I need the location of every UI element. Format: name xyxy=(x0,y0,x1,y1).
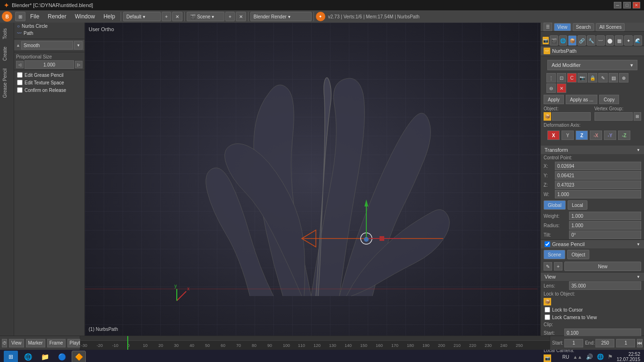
prop-icon-data[interactable]: 〰 xyxy=(596,35,605,46)
viewport-3d[interactable]: x y User Ortho (1) NurbsPath xyxy=(85,23,540,336)
tl-view-btn[interactable]: View xyxy=(9,339,24,347)
prop-icon-scene[interactable]: 🎬 xyxy=(550,35,558,46)
nurbs-circle-item[interactable]: ○ Nurbs Circle xyxy=(14,23,84,30)
mod-icon-c[interactable]: C xyxy=(567,73,577,82)
mod-icon-9[interactable]: ⊖ xyxy=(546,83,556,93)
outliner-scene[interactable]: ▶ 🎬 Scene xyxy=(542,33,643,33)
chrome-btn[interactable]: 🔵 xyxy=(55,351,69,362)
scene-close-btn[interactable]: ✕ xyxy=(236,12,246,21)
explorer-btn[interactable]: 📁 xyxy=(38,351,52,362)
prop-size-increase-btn[interactable]: ▷ xyxy=(75,61,83,68)
apply-as-btn[interactable]: Apply as ... xyxy=(566,95,597,104)
gp-new-btn[interactable]: New xyxy=(564,262,641,271)
axis-neg-y-btn[interactable]: -Y xyxy=(604,131,616,140)
tl-end-input[interactable]: 250 xyxy=(595,339,614,347)
blender-logo[interactable]: B xyxy=(2,11,12,22)
x-value[interactable]: 0.02694 xyxy=(555,162,641,170)
path-item[interactable]: 〰 Path xyxy=(14,30,84,37)
prop-icon-render[interactable]: 📷 xyxy=(543,37,549,44)
mod-icon-close[interactable]: ✕ xyxy=(557,83,566,93)
edit-texture-space-cb[interactable] xyxy=(17,80,23,85)
lock-camera-cb[interactable] xyxy=(545,314,550,320)
mod-icon-5[interactable]: 🔒 xyxy=(588,73,597,82)
prop-icon-texture[interactable]: ▦ xyxy=(615,35,623,46)
object-input[interactable] xyxy=(552,112,591,121)
radius-value[interactable]: 1.000 xyxy=(569,221,641,230)
gp-add-icon[interactable]: + xyxy=(554,262,562,271)
current-frame-input[interactable]: 1 xyxy=(616,339,635,347)
gp-object-btn[interactable]: Object xyxy=(567,250,589,259)
smooth-arrow[interactable]: ▾ xyxy=(74,41,83,49)
object-icon[interactable]: 📦 xyxy=(544,112,551,121)
tl-skip-start-btn[interactable]: ⏮ xyxy=(637,339,643,347)
all-scenes-btn[interactable]: All Scenes xyxy=(596,23,625,31)
prop-size-decrease-btn[interactable]: ◁ xyxy=(16,61,24,68)
menu-render[interactable]: Render xyxy=(44,12,70,21)
lock-cursor-cb[interactable] xyxy=(545,307,550,313)
prop-icon-constraint[interactable]: 🔗 xyxy=(578,35,586,46)
mod-icon-6[interactable]: ✎ xyxy=(598,73,608,82)
proportional-size-value[interactable]: 1.000 xyxy=(25,60,74,69)
prop-icon-modifier[interactable]: 🔧 xyxy=(587,35,595,46)
y-value[interactable]: 0.06421 xyxy=(555,171,641,180)
axis-neg-z-btn[interactable]: -Z xyxy=(618,131,630,140)
add-modifier-btn[interactable]: Add Modifier ▾ xyxy=(547,60,637,70)
blender-btn[interactable]: 🔶 xyxy=(72,351,86,362)
tl-start-input[interactable]: 1 xyxy=(564,339,583,347)
view-section-header[interactable]: View ▼ xyxy=(541,272,644,281)
apply-btn[interactable]: Apply xyxy=(544,95,564,104)
grease-pencil-enable-cb[interactable] xyxy=(545,241,550,247)
global-btn[interactable]: Global xyxy=(544,200,566,210)
start-btn[interactable]: ⊞ xyxy=(4,351,18,362)
scene-add-btn[interactable]: + xyxy=(225,12,235,21)
minimize-btn[interactable]: ─ xyxy=(614,2,621,8)
timeline-icon-btn[interactable]: ⏱ xyxy=(2,339,7,347)
tl-frame-btn[interactable]: Frame xyxy=(47,339,66,347)
prop-icon-world[interactable]: 🌐 xyxy=(559,35,568,46)
local-btn[interactable]: Local xyxy=(568,200,587,210)
view-btn[interactable]: View xyxy=(554,23,571,31)
maximize-btn[interactable]: □ xyxy=(623,2,631,8)
mod-icon-2[interactable]: ⊡ xyxy=(557,73,566,82)
prop-icon-material[interactable]: ⬤ xyxy=(606,35,614,46)
search-btn[interactable]: Search xyxy=(573,23,594,31)
gp-pencil-icon[interactable]: ✎ xyxy=(544,262,552,271)
menu-help[interactable]: Help xyxy=(99,12,119,21)
grease-pencil-header[interactable]: Grease Pencil ▼ xyxy=(541,240,644,248)
z-value[interactable]: 0.47023 xyxy=(555,181,641,189)
outliner-icon-btn[interactable]: ☰ xyxy=(544,23,552,31)
prop-icon-particles[interactable]: ✦ xyxy=(624,35,633,46)
axis-y-btn[interactable]: Y xyxy=(561,131,574,140)
axis-z-btn[interactable]: Z xyxy=(576,131,588,140)
sidebar-tab-create[interactable]: Create xyxy=(0,43,14,65)
sidebar-tab-grease-pencil[interactable]: Grease Pencil xyxy=(0,65,14,102)
menu-window[interactable]: Window xyxy=(71,12,99,21)
vertex-group-input[interactable] xyxy=(594,112,633,121)
tl-marker-btn[interactable]: Marker xyxy=(26,339,45,347)
lock-object-icon[interactable]: 📦 xyxy=(544,298,551,305)
prop-icon-object[interactable]: 📦 xyxy=(568,35,577,46)
render-engine-dropdown[interactable]: Blender Render ▾ xyxy=(250,12,312,21)
lens-value[interactable]: 35.000 xyxy=(569,281,641,290)
smooth-dropdown[interactable]: Smooth xyxy=(21,41,73,49)
ie-btn[interactable]: 🌐 xyxy=(21,351,35,362)
viewport[interactable]: x y User Ortho (1) NurbsPath View Select… xyxy=(85,23,540,336)
close-btn[interactable]: ✕ xyxy=(633,2,640,8)
weight-value[interactable]: 1.000 xyxy=(569,212,641,220)
axis-x-btn[interactable]: X xyxy=(547,131,560,140)
edit-grease-pencil-cb[interactable] xyxy=(17,72,23,78)
layout-add-btn[interactable]: + xyxy=(162,12,171,21)
workspace-dropdown[interactable]: Default ▾ xyxy=(123,12,161,21)
scene-dropdown[interactable]: 🎬 Scene ▾ xyxy=(187,12,224,21)
vertex-group-icon[interactable]: ⊞ xyxy=(634,112,641,121)
menu-file[interactable]: File xyxy=(26,12,43,21)
mod-icon-1[interactable]: ⋮ xyxy=(546,73,556,82)
timeline-main[interactable]: -30 -20 -10 0 10 20 30 40 50 60 70 80 90… xyxy=(80,336,550,350)
sidebar-tab-tools[interactable]: Tools xyxy=(0,25,14,43)
w-value[interactable]: 1.000 xyxy=(555,190,641,198)
workspace-icon-btn[interactable]: ⊞ xyxy=(15,12,25,21)
local-camera-icon[interactable]: 📷 xyxy=(544,354,551,362)
mod-icon-render[interactable]: ▤ xyxy=(609,73,618,82)
transform-header[interactable]: Transform ▼ xyxy=(541,146,644,154)
mod-icon-8[interactable]: ⊕ xyxy=(619,73,628,82)
